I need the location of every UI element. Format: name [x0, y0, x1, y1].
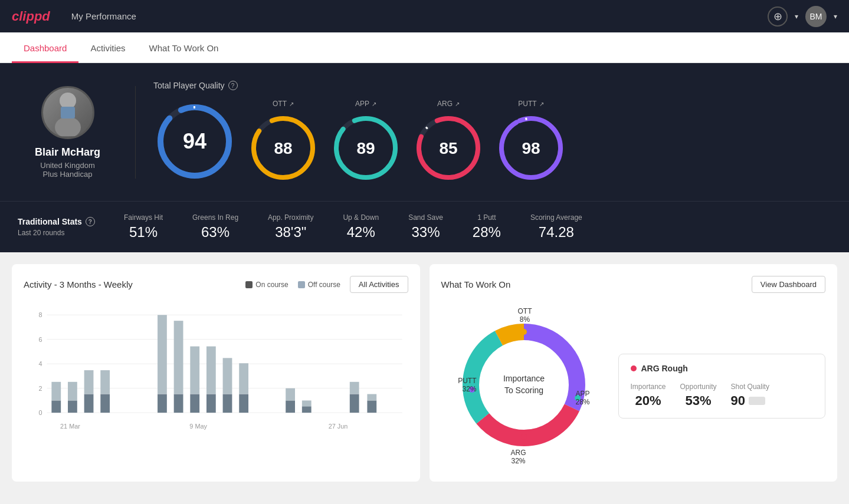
bar-on-2 [68, 400, 77, 413]
on-course-dot [245, 281, 253, 288]
bar-on-4 [100, 394, 110, 413]
avatar-image [50, 89, 86, 136]
quality-help-icon[interactable]: ? [228, 81, 238, 90]
avatar [41, 86, 94, 139]
stat-scoring-label: Scoring Average [530, 213, 582, 222]
add-dropdown-arrow[interactable]: ▾ [795, 12, 798, 21]
app-header: clippd My Performance ⊕ ▾ BM ▾ [0, 0, 849, 32]
stat-greens: Greens In Reg 63% [192, 213, 238, 241]
what-to-work-on-card: What To Work On View Dashboard [430, 264, 838, 482]
work-title: What To Work On [441, 279, 511, 289]
opportunity-label: Opportunity [680, 383, 717, 391]
stat-sandsave: Sand Save 33% [408, 213, 443, 241]
putt-label: PUTT 32% [441, 377, 477, 393]
scores-row: 94 OTT ↗ 88 [153, 100, 831, 183]
svg-text:Importance: Importance [503, 374, 544, 383]
all-activities-button[interactable]: All Activities [350, 276, 408, 293]
stat-updown-value: 42% [343, 224, 379, 241]
importance-value: 20% [631, 393, 666, 409]
off-course-dot [298, 281, 305, 288]
user-dropdown-arrow[interactable]: ▾ [834, 12, 837, 21]
gauge-putt-svg: 98 [496, 113, 566, 183]
svg-text:6: 6 [39, 336, 42, 343]
svg-point-1 [55, 117, 81, 136]
svg-text:8: 8 [39, 311, 42, 318]
tab-activities[interactable]: Activities [78, 32, 137, 63]
gauge-ott: OTT ↗ 88 [248, 100, 319, 183]
detail-metrics: Importance 20% Opportunity 53% Shot Qual… [631, 383, 814, 409]
gauge-total-svg: 94 [153, 100, 236, 183]
work-content: Importance To Scoring OTT 8% APP 28% [441, 302, 826, 470]
svg-text:21 Mar: 21 Mar [60, 423, 80, 430]
stat-scoring: Scoring Average 74.28 [530, 213, 582, 241]
page-title: My Performance [71, 11, 136, 21]
traditional-stats: Traditional Stats ? Last 20 rounds Fairw… [0, 201, 849, 252]
app-label: APP 28% [576, 390, 590, 406]
stat-fairways-value: 51% [124, 224, 163, 241]
stats-items: Fairways Hit 51% Greens In Reg 63% App. … [124, 213, 831, 241]
bar-off-1 [51, 382, 61, 401]
stat-updown-label: Up & Down [343, 213, 379, 222]
gauge-putt-label: PUTT ↗ [518, 100, 543, 108]
work-card-header: What To Work On View Dashboard [441, 276, 826, 293]
gauge-total: 94 [153, 100, 236, 183]
stat-sandsave-value: 33% [408, 224, 443, 241]
gauge-app-label: APP ↗ [355, 100, 376, 108]
bar-off-5 [158, 315, 167, 394]
chart-card-header: Activity - 3 Months - Weekly On course O… [24, 276, 408, 293]
stat-1putt-value: 28% [473, 224, 501, 241]
stat-greens-label: Greens In Reg [192, 213, 238, 222]
app-arrow-icon: ↗ [372, 101, 376, 107]
player-info: Blair McHarg United Kingdom Plus Handica… [18, 86, 136, 179]
donut-container: Importance To Scoring OTT 8% APP 28% [441, 302, 607, 470]
bar-off-6 [174, 321, 183, 394]
bar-off-4 [100, 370, 110, 394]
tab-what-to-work-on[interactable]: What To Work On [137, 32, 231, 63]
bar-on-14 [367, 400, 376, 413]
stat-greens-value: 63% [192, 224, 238, 241]
ott-label: OTT 8% [518, 307, 532, 324]
bar-off-14 [367, 394, 376, 401]
detail-section: ARG Rough Importance 20% Opportunity 53%… [618, 354, 826, 419]
svg-text:4: 4 [39, 360, 42, 367]
stat-scoring-value: 74.28 [530, 224, 582, 241]
add-button[interactable]: ⊕ [768, 6, 788, 27]
bar-off-2 [68, 382, 77, 401]
detail-title: ARG Rough [631, 364, 814, 373]
legend-off-course: Off course [298, 281, 340, 289]
bar-off-11 [286, 388, 295, 401]
bar-on-5 [158, 394, 167, 413]
tab-dashboard[interactable]: Dashboard [12, 32, 78, 63]
gauge-arg: ARG ↗ 85 [413, 100, 484, 183]
gauge-putt: PUTT ↗ 98 [496, 100, 566, 183]
stats-subtitle: Last 20 rounds [18, 229, 100, 237]
bar-on-7 [190, 394, 199, 413]
svg-text:89: 89 [356, 139, 375, 157]
opportunity-value: 53% [680, 393, 717, 409]
on-course-label: On course [255, 281, 288, 289]
hero-content: Blair McHarg United Kingdom Plus Handica… [0, 63, 849, 201]
player-handicap: Plus Handicap [43, 170, 93, 179]
bar-on-3 [84, 394, 94, 413]
player-country: United Kingdom [40, 161, 95, 170]
stats-title-text: Traditional Stats [18, 217, 82, 226]
app-logo: clippd [12, 9, 50, 24]
legend-on-course: On course [245, 281, 288, 289]
user-avatar[interactable]: BM [805, 6, 827, 27]
bar-on-10 [239, 394, 248, 413]
bar-chart-svg: 0 2 4 6 8 [24, 302, 408, 444]
plus-icon: ⊕ [773, 10, 782, 23]
chart-legend: On course Off course [245, 281, 340, 289]
stats-help-icon[interactable]: ? [86, 217, 95, 226]
svg-text:98: 98 [522, 139, 540, 157]
view-dashboard-button[interactable]: View Dashboard [752, 276, 825, 293]
chart-title: Activity - 3 Months - Weekly [24, 279, 133, 289]
stat-updown: Up & Down 42% [343, 213, 379, 241]
svg-point-0 [60, 93, 76, 109]
gauge-arg-label: ARG ↗ [437, 100, 460, 108]
stat-1putt: 1 Putt 28% [473, 213, 501, 241]
bar-on-8 [206, 394, 216, 413]
svg-text:88: 88 [274, 139, 292, 157]
stat-fairways: Fairways Hit 51% [124, 213, 163, 241]
svg-text:94: 94 [183, 129, 206, 153]
